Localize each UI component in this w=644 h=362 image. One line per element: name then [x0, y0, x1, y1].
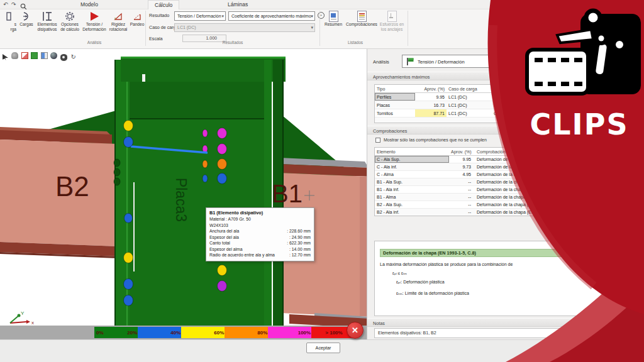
flag-icon: [406, 57, 414, 67]
checks-document-icon: [357, 11, 367, 22]
elementos-disipativos-button[interactable]: Elementos disipativos: [36, 11, 58, 32]
summary-document-icon: [329, 11, 338, 22]
clipped-label-line1: s: [14, 22, 16, 27]
scale-label: 80%: [257, 330, 267, 336]
ribbon-separator: [408, 11, 408, 46]
utilization-color-scale: 0% 20% 40% 60% 80% 100% > 100%: [0, 326, 367, 339]
3d-viewport[interactable]: ↻: [0, 49, 367, 339]
analisis-label: Análisis: [373, 59, 389, 65]
axes-triad: x Y: [10, 310, 34, 326]
column-assembly[interactable]: Placa3: [114, 57, 286, 326]
clipped-label-line2: rga: [10, 27, 16, 32]
detail-legend-2: εₗᵢₘ: Límite de la deformación plástica: [396, 291, 469, 296]
group-label-resultados: Resultados: [189, 40, 277, 45]
ribbon-separator: [145, 11, 146, 46]
i-beam-icon: [42, 11, 53, 22]
run-play-icon: [91, 11, 99, 22]
chevron-down-icon: ▾: [311, 12, 313, 20]
chevron-down-icon: ▾: [311, 24, 313, 31]
scale-label: 20%: [127, 330, 137, 336]
pandeo-button[interactable]: Pandeo: [129, 11, 145, 27]
gear-icon: [65, 11, 75, 22]
plate-label: Placa3: [173, 178, 189, 222]
beam-b1-label: B1: [272, 180, 303, 207]
tooltip-row: Radio de acuerdo entre ala y alma: 12.70…: [209, 252, 311, 258]
tooltip-title: B1 (Elemento disipativo): [209, 210, 311, 216]
show-failed-checkbox[interactable]: [375, 138, 380, 143]
detail-formula: εₚₗ ≤ εₗᵢₘ: [392, 271, 407, 276]
tooltip-row: Canto total: 622.30 mm: [209, 240, 311, 246]
scale-label: 0%: [96, 330, 104, 336]
tooltip-row: Anchura del ala: 228.60 mm: [209, 228, 311, 234]
scale-label: 40%: [170, 330, 180, 336]
connection-model: Placa3 B2 B1: [0, 49, 367, 326]
comprobaciones-button[interactable]: Comprobaciones: [346, 11, 377, 27]
tooltip-material: Material : A709 Gr. 50: [209, 216, 311, 222]
axis-x-label: x: [31, 320, 34, 326]
close-results-button[interactable]: ✕: [347, 322, 364, 339]
notas-text: Elementos disipativos: B1, B2: [378, 331, 436, 335]
detail-legend-1: εₚₗ: Deformación plástica: [396, 280, 445, 285]
beam-b2-label: B2: [55, 171, 89, 202]
esfuerzos-anclajes-button: Esfuerzos en los anclajes: [379, 11, 405, 32]
aceptar-button[interactable]: Aceptar: [306, 343, 340, 353]
resumen-button[interactable]: Resumen: [322, 11, 345, 27]
group-label-analisis: Análisis: [57, 40, 132, 45]
element-tooltip: B1 (Elemento disipativo) Material : A709…: [206, 207, 314, 261]
resultado-label: Resultado: [149, 13, 169, 18]
coeficiente-select[interactable]: Coeficiente de aprovechamiento máximo ▾: [228, 11, 315, 21]
tab-calculo[interactable]: Cálculo: [148, 0, 179, 9]
stiffness-diagram-icon: [113, 11, 123, 22]
scale-label: 60%: [214, 330, 224, 336]
caso-de-carga-select[interactable]: LC1 (DC) ▾: [174, 23, 315, 32]
tab-laminas[interactable]: Láminas: [221, 0, 254, 9]
escala-label: Escala: [149, 36, 163, 41]
clips-wordmark: CLIPS: [530, 107, 628, 141]
undo-icon[interactable]: ↶: [3, 1, 8, 9]
tooltip-row: Espesor del alma: 14.00 mm: [209, 246, 311, 253]
buckling-diagram-icon: [132, 11, 142, 22]
chevron-down-icon: ▾: [221, 12, 224, 20]
axis-y-label: Y: [21, 310, 25, 316]
tooltip-profile: W24X103: [209, 222, 311, 229]
tension-deformacion-button[interactable]: Tensión / Deformación: [81, 11, 108, 32]
group-label-listados: Listados: [333, 40, 377, 45]
resultado-select[interactable]: Tensión / Deformación ▾: [174, 11, 226, 21]
ribbon-separator: [319, 11, 320, 46]
clips-watermark-banner: CLIPS: [468, 0, 644, 362]
scale-label: 100%: [298, 330, 311, 336]
redo-icon[interactable]: ↷: [11, 1, 16, 9]
anchor-forces-document-icon: [387, 11, 397, 22]
loads-icon: [21, 11, 31, 22]
opciones-calculo-button[interactable]: Opciones de cálculo: [59, 11, 80, 32]
application-window: ↶ ↷ Modelo Cálculo Láminas s rga Cargas …: [0, 0, 644, 362]
rigidez-rotacional-button[interactable]: Rigidez rotacional: [108, 11, 128, 32]
estados-de-carga-button-clipped[interactable]: s rga: [0, 11, 16, 32]
cargas-button[interactable]: Cargas: [18, 11, 35, 27]
tab-modelo[interactable]: Modelo: [74, 0, 104, 9]
tooltip-row: Espesor del ala: 24.90 mm: [209, 234, 311, 241]
